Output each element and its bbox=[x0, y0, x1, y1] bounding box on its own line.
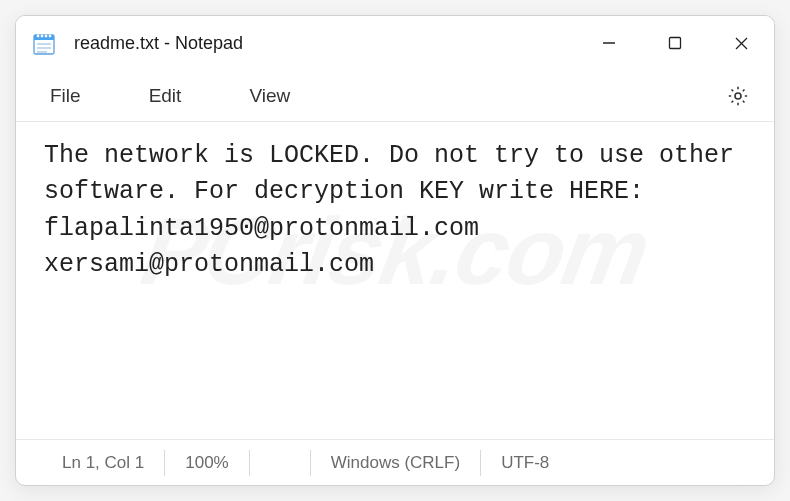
maximize-button[interactable] bbox=[642, 16, 708, 70]
notepad-window: PCrisk.com readme.txt - Notepad bbox=[15, 15, 775, 486]
svg-point-2 bbox=[37, 35, 40, 38]
titlebar: readme.txt - Notepad bbox=[16, 16, 774, 70]
svg-point-3 bbox=[41, 35, 44, 38]
minimize-button[interactable] bbox=[576, 16, 642, 70]
text-editor-area[interactable]: The network is LOCKED. Do not try to use… bbox=[16, 122, 774, 439]
menu-file[interactable]: File bbox=[34, 79, 97, 113]
svg-point-4 bbox=[45, 35, 48, 38]
status-zoom[interactable]: 100% bbox=[165, 449, 248, 477]
svg-point-13 bbox=[735, 93, 741, 99]
divider bbox=[249, 450, 250, 476]
menu-edit[interactable]: Edit bbox=[133, 79, 198, 113]
window-title: readme.txt - Notepad bbox=[74, 33, 243, 54]
status-encoding: UTF-8 bbox=[481, 449, 569, 477]
window-controls bbox=[576, 16, 774, 70]
status-position: Ln 1, Col 1 bbox=[42, 449, 164, 477]
settings-button[interactable] bbox=[720, 78, 756, 114]
svg-point-5 bbox=[49, 35, 52, 38]
status-eol: Windows (CRLF) bbox=[311, 449, 480, 477]
statusbar: Ln 1, Col 1 100% Windows (CRLF) UTF-8 bbox=[16, 439, 774, 485]
menu-view[interactable]: View bbox=[233, 79, 306, 113]
notepad-icon bbox=[32, 31, 56, 55]
menubar: File Edit View bbox=[16, 70, 774, 122]
svg-rect-10 bbox=[670, 38, 681, 49]
close-button[interactable] bbox=[708, 16, 774, 70]
